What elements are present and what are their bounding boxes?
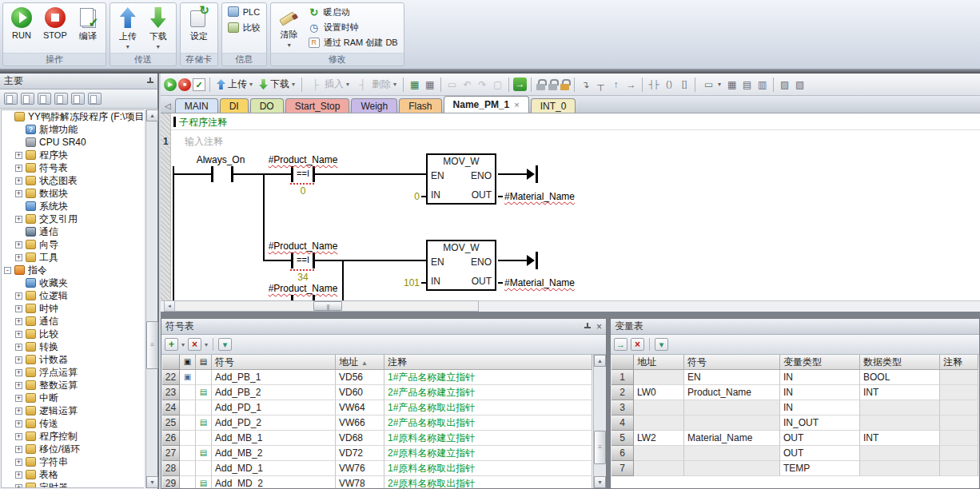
symbol-cell[interactable]: Add_MB_2: [212, 446, 336, 461]
view-icon-1[interactable]: [4, 93, 18, 105]
expander-icon[interactable]: +: [15, 446, 22, 453]
address-cell[interactable]: VW64: [336, 400, 384, 415]
comment-cell[interactable]: [940, 415, 978, 431]
symbol-cell[interactable]: [684, 461, 780, 476]
usage-column-icon[interactable]: ▤: [196, 355, 212, 370]
expander-icon[interactable]: +: [15, 190, 22, 197]
redo-icon[interactable]: ↷: [476, 78, 489, 92]
tree-item-program-block[interactable]: +程序块: [2, 149, 144, 161]
scrollbar-thumb[interactable]: ≡: [594, 431, 606, 464]
clear-button[interactable]: 清除▾: [274, 5, 305, 47]
download-button[interactable]: 下载▾: [144, 5, 173, 49]
in-value[interactable]: 0: [399, 191, 420, 202]
symbol-cell[interactable]: Add_PB_2: [212, 385, 336, 400]
column-header-symbol[interactable]: 符号: [684, 355, 780, 370]
comment-cell[interactable]: [940, 461, 978, 476]
close-panel-icon[interactable]: ×: [596, 321, 602, 332]
run-button[interactable]: RUN: [6, 5, 37, 40]
tree-item-tools[interactable]: +工具: [2, 251, 144, 264]
line-up-icon[interactable]: ↑: [609, 78, 623, 92]
address-cell[interactable]: [634, 370, 684, 385]
address-table-icon[interactable]: ▦: [725, 78, 739, 92]
tab-do[interactable]: DO: [250, 98, 284, 113]
symbol-cell[interactable]: Add_MB_1: [212, 431, 336, 446]
address-cell[interactable]: VW78: [336, 476, 384, 488]
tree-item-float-math[interactable]: +浮点运算: [2, 366, 144, 379]
lock-icon[interactable]: [536, 78, 546, 91]
comment-cell[interactable]: [940, 400, 978, 415]
scroll-up-icon[interactable]: ▲: [146, 109, 158, 121]
tree-item-clock[interactable]: +时钟: [2, 302, 144, 315]
stop-icon[interactable]: ■: [178, 78, 191, 91]
column-header-address[interactable]: 地址: [634, 355, 684, 370]
tree-item-system-block[interactable]: 系统块: [2, 200, 144, 213]
tree-item-wizard[interactable]: +向导: [2, 238, 144, 251]
upload-button[interactable]: 上传▾: [114, 5, 142, 49]
network-icon[interactable]: ▦: [423, 78, 436, 92]
address-cell[interactable]: VD68: [336, 431, 384, 446]
mov-w-box[interactable]: MOV_W EN ENO IN OUT: [426, 153, 496, 205]
address-cell[interactable]: VW66: [336, 415, 384, 431]
edit-table-icon[interactable]: ▤: [740, 78, 754, 92]
tree-item-data-block[interactable]: +数据块: [2, 187, 144, 200]
var-type-cell[interactable]: IN: [780, 385, 860, 400]
symbol-cell[interactable]: [684, 446, 780, 461]
symbol-cell[interactable]: [684, 415, 780, 431]
compare-contact-op[interactable]: ==I: [292, 255, 314, 264]
scroll-up-icon[interactable]: ▲: [594, 355, 606, 367]
tree-item-comm-instr[interactable]: +通信: [2, 315, 144, 328]
compare-operand[interactable]: #Product_Name: [266, 283, 340, 294]
data-type-cell[interactable]: [860, 446, 940, 461]
row-number[interactable]: 5: [612, 431, 634, 446]
stop-button[interactable]: STOP: [38, 5, 72, 40]
tree-item-symbol-table[interactable]: +符号表: [2, 161, 144, 174]
compare-operand[interactable]: #Product_Name: [266, 241, 340, 252]
scroll-down-icon[interactable]: ▼: [594, 476, 606, 488]
compile-icon[interactable]: ✓: [193, 78, 205, 91]
data-type-cell[interactable]: INT: [860, 385, 940, 400]
data-type-cell[interactable]: BOOL: [860, 370, 940, 385]
tree-item-move[interactable]: +传送: [2, 417, 144, 430]
expander-icon[interactable]: +: [15, 318, 22, 325]
row-number[interactable]: 29: [162, 476, 180, 488]
address-cell[interactable]: [634, 461, 684, 476]
out-operand[interactable]: #Material_Name: [504, 191, 575, 202]
tree-item-whats-new[interactable]: 新增功能: [2, 123, 144, 136]
comment-cell[interactable]: 1#原料名称取出指针: [384, 461, 592, 476]
tab-start-stop[interactable]: Start_Stop: [285, 98, 350, 113]
var-type-cell[interactable]: IN: [780, 400, 860, 415]
create-db-from-ram-button[interactable]: R通过 RAM 创建 DB: [306, 35, 400, 50]
expander-icon[interactable]: +: [15, 344, 22, 351]
var-type-cell[interactable]: OUT: [780, 431, 860, 446]
row-number[interactable]: 27: [162, 446, 180, 461]
address-cell[interactable]: VD56: [336, 370, 384, 385]
tree-item-interrupt[interactable]: +中断: [2, 392, 144, 404]
tab-weigh[interactable]: Weigh: [351, 98, 397, 113]
compare-operand[interactable]: #Product_Name: [266, 154, 340, 165]
expander-icon[interactable]: +: [15, 408, 22, 415]
symbol-cell[interactable]: Product_Name: [684, 385, 780, 400]
dropdown-icon[interactable]: ▾: [249, 81, 253, 88]
tree-scrollbar[interactable]: ▲ ≡ ▼: [145, 109, 157, 488]
ladder-editor[interactable]: 子程序注释 1 输入注释 Always_On ==I 0 #Product_Na…: [161, 113, 980, 300]
row-number[interactable]: 26: [162, 431, 180, 446]
mov-w-box[interactable]: MOV_W EN ENO IN OUT: [426, 240, 496, 291]
data-type-cell[interactable]: [860, 400, 940, 415]
pin-icon[interactable]: [584, 323, 591, 330]
tree-item-compare[interactable]: +比较: [2, 328, 144, 340]
symbol-cell[interactable]: EN: [684, 370, 780, 385]
symbol-cell[interactable]: Material_Name: [684, 431, 780, 446]
line-right-icon[interactable]: →: [624, 78, 638, 92]
symbol-cell[interactable]: Add_PD_1: [212, 400, 336, 415]
expander-icon[interactable]: +: [15, 216, 22, 223]
snapshot-icon[interactable]: ▢: [491, 78, 504, 92]
comment-cell[interactable]: 2#原料名称建立指针: [384, 446, 592, 461]
expander-icon[interactable]: +: [15, 165, 22, 172]
symbol-table-scrollbar[interactable]: ▲ ≡ ▼: [593, 355, 606, 488]
symbol-cell[interactable]: Add_MD_1: [212, 461, 336, 476]
column-header-data-type[interactable]: 数据类型: [860, 355, 940, 370]
comment-cell[interactable]: [940, 431, 978, 446]
close-tab-icon[interactable]: ×: [514, 98, 519, 111]
pin-icon[interactable]: [146, 78, 153, 85]
warm-start-button[interactable]: ↻暖启动: [306, 5, 400, 20]
